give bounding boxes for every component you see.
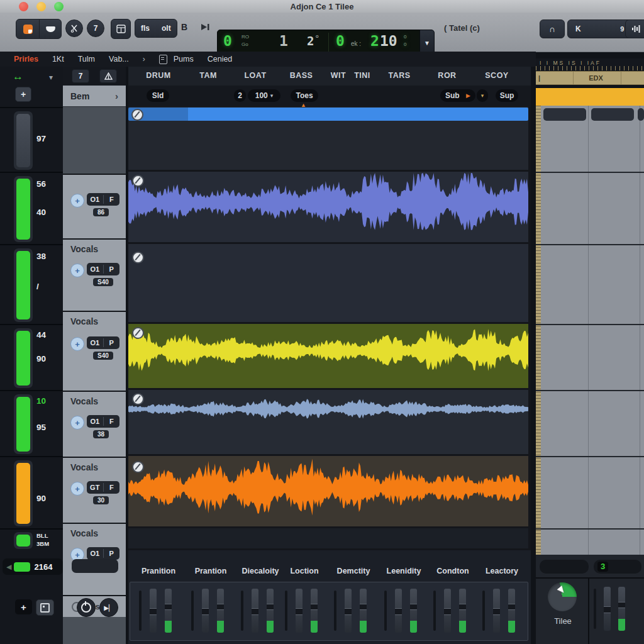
fader-cap[interactable] xyxy=(444,608,451,615)
fader-cap[interactable] xyxy=(604,606,611,613)
metronome-button[interactable] xyxy=(99,69,117,83)
fader-cap[interactable] xyxy=(217,604,224,610)
fader[interactable] xyxy=(252,589,258,633)
track-lane[interactable] xyxy=(128,390,528,454)
fader[interactable] xyxy=(604,587,611,631)
fader-meter[interactable] xyxy=(311,589,318,633)
fader-cap[interactable] xyxy=(267,604,274,610)
mode-segmented-control[interactable]: fls olt xyxy=(135,19,177,38)
fader-slot[interactable] xyxy=(334,591,336,631)
fader-cap[interactable] xyxy=(311,604,318,610)
fader-meter[interactable] xyxy=(410,589,417,633)
fader-cap[interactable] xyxy=(395,608,402,615)
column-label[interactable]: LOAT xyxy=(244,71,266,80)
fader-meter[interactable] xyxy=(267,589,274,633)
footer-pill-value[interactable]: 3 xyxy=(594,560,641,574)
column-label[interactable]: TAM xyxy=(199,71,217,80)
fader-meter[interactable] xyxy=(618,587,625,631)
grid-header-cell[interactable] xyxy=(638,108,644,121)
fader-slot[interactable] xyxy=(241,591,243,631)
track-lane[interactable] xyxy=(128,456,528,526)
skip-to-end-button[interactable] xyxy=(200,23,210,31)
column-label[interactable]: SCOY xyxy=(485,71,508,80)
track-io-button[interactable]: O1F xyxy=(87,193,119,206)
fader-cap[interactable] xyxy=(202,608,209,615)
track-io-button[interactable]: O1F xyxy=(87,415,119,428)
menu-item-3[interactable]: Vab... xyxy=(109,55,129,64)
segment-olt[interactable]: olt xyxy=(156,20,177,36)
column-label[interactable]: TINI xyxy=(354,71,370,80)
add-track-button[interactable]: + xyxy=(15,599,32,614)
track-lane[interactable] xyxy=(128,107,528,170)
waveform-view-button[interactable] xyxy=(625,19,644,38)
footer-pill[interactable] xyxy=(540,560,589,574)
fader-slot[interactable] xyxy=(191,591,194,631)
menu-item-1[interactable]: 1Kt xyxy=(52,55,64,64)
horizontal-zoom-icon[interactable]: ↔ xyxy=(13,70,23,83)
fader-cap[interactable] xyxy=(296,608,303,615)
fader-meter[interactable] xyxy=(217,589,224,633)
pie-knob[interactable] xyxy=(548,582,577,611)
fader-cap[interactable] xyxy=(150,608,157,615)
trim-tool-button[interactable] xyxy=(39,19,62,39)
fader-meter[interactable] xyxy=(165,589,172,633)
fader-slot[interactable] xyxy=(139,591,142,631)
fader-slot[interactable] xyxy=(384,591,387,631)
track-io-button[interactable]: GTF xyxy=(87,481,119,494)
track-header[interactable]: + O1F 86 xyxy=(63,174,126,238)
track-lane[interactable] xyxy=(128,324,528,388)
scissors-tool-button[interactable] xyxy=(65,19,83,37)
fader-meter[interactable] xyxy=(508,589,515,633)
menu-item-5[interactable]: Cenied xyxy=(208,55,233,64)
track-lane[interactable] xyxy=(128,528,528,548)
sld-pill[interactable]: Sld xyxy=(147,89,169,102)
track-icon[interactable]: + xyxy=(70,416,84,430)
track-icon[interactable]: + xyxy=(70,194,84,208)
track-badge[interactable]: 30 xyxy=(93,496,109,504)
track-badge[interactable]: 86 xyxy=(93,208,109,216)
fader[interactable] xyxy=(202,589,209,633)
count-pill[interactable]: 2 xyxy=(234,89,246,102)
power-button[interactable] xyxy=(77,598,96,617)
track-header[interactable]: Vocals + GTF 30 xyxy=(63,457,126,523)
menu-app[interactable]: Prirles xyxy=(14,55,38,64)
fader-slot[interactable] xyxy=(285,591,287,631)
fader-cap[interactable] xyxy=(360,604,367,610)
fader-cap[interactable] xyxy=(252,608,258,615)
add-tool-button[interactable]: + xyxy=(15,87,31,102)
collapsed-control[interactable] xyxy=(72,559,118,573)
track-badge[interactable]: 38 xyxy=(93,430,109,438)
fader[interactable] xyxy=(493,589,500,633)
panel-toggle-button[interactable] xyxy=(36,599,54,616)
fader-cap[interactable] xyxy=(165,604,172,610)
fader-slot[interactable] xyxy=(482,591,485,631)
region-cell[interactable] xyxy=(621,72,644,84)
fader[interactable] xyxy=(296,589,303,633)
column-label[interactable]: WIT xyxy=(331,71,346,80)
sup-pill[interactable]: Sup xyxy=(496,89,518,102)
fader-cap[interactable] xyxy=(459,604,466,610)
region-cell[interactable]: EDX xyxy=(571,72,621,84)
region-cell[interactable]: | xyxy=(536,72,574,84)
n-button[interactable]: ∩ xyxy=(540,19,565,38)
sub-dropdown[interactable]: Sub▶ xyxy=(440,89,475,102)
zoom-percent-pill[interactable]: 100▾ xyxy=(248,89,280,102)
sub-chevron-button[interactable]: ▾ xyxy=(477,89,488,102)
column-label[interactable]: DRUM xyxy=(146,71,171,80)
column-label[interactable]: TARS xyxy=(388,71,410,80)
menu-item-2[interactable]: Tulm xyxy=(78,55,95,64)
lcd-display[interactable]: 0 RO Go 1 2 o 0 ek : 2 10 0 0 xyxy=(217,30,421,55)
segment-fls[interactable]: fls xyxy=(135,20,155,36)
grid-panel[interactable] xyxy=(536,106,644,555)
track-icon[interactable]: + xyxy=(70,337,84,351)
track-badge[interactable]: S40 xyxy=(93,352,113,360)
fader-slot[interactable] xyxy=(594,589,596,629)
fader[interactable] xyxy=(345,589,352,633)
track-header[interactable]: Vocals + O1F 38 xyxy=(63,391,126,457)
fader-cap[interactable] xyxy=(618,602,625,608)
fader[interactable] xyxy=(150,589,157,633)
track-icon[interactable]: + xyxy=(70,264,84,277)
track-io-button[interactable]: O1P xyxy=(87,263,119,275)
track-io-button[interactable]: O1P xyxy=(87,336,119,349)
play-button[interactable]: ▶▏ xyxy=(99,598,118,617)
